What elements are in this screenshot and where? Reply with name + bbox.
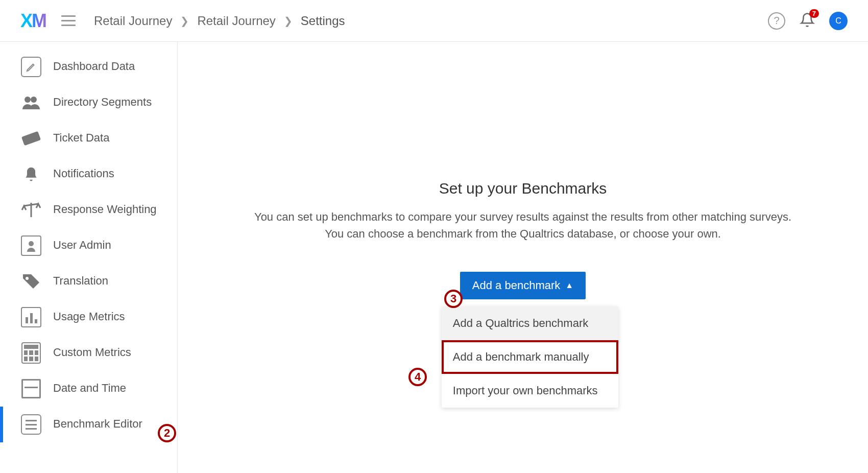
sidebar-item-label: Ticket Data — [53, 128, 109, 146]
sidebar-item-ticket-data[interactable]: Ticket Data — [0, 121, 177, 156]
settings-sidebar: Dashboard Data Directory Segments Ticket… — [0, 42, 178, 473]
page-heading: Set up your Benchmarks — [439, 180, 607, 197]
sidebar-item-label: Dashboard Data — [53, 56, 135, 74]
sidebar-item-date-time[interactable]: Date and Time — [0, 371, 177, 407]
page-subtitle: You can set up benchmarks to compare you… — [252, 208, 793, 242]
sidebar-item-dashboard-data[interactable]: Dashboard Data — [0, 49, 177, 85]
dropdown-option-import-benchmarks[interactable]: Import your own benchmarks — [442, 374, 618, 408]
annotation-marker-2: 2 — [158, 424, 176, 442]
breadcrumb-item[interactable]: Retail Journey — [197, 14, 275, 28]
sidebar-item-response-weighting[interactable]: Response Weighting — [0, 192, 177, 228]
help-icon[interactable]: ? — [768, 12, 785, 30]
breadcrumb-item[interactable]: Retail Journey — [94, 14, 172, 28]
sidebar-item-label: Usage Metrics — [53, 306, 125, 324]
breadcrumb-item[interactable]: Settings — [301, 14, 345, 28]
dropdown-option-qualtrics-benchmark[interactable]: Add a Qualtrics benchmark — [442, 306, 618, 340]
annotation-marker-3: 3 — [444, 290, 463, 308]
annotation-marker-4: 4 — [408, 368, 427, 386]
sidebar-item-label: Custom Metrics — [53, 342, 131, 360]
sidebar-item-label: Translation — [53, 271, 108, 289]
svg-point-0 — [25, 97, 31, 103]
sidebar-item-benchmark-editor[interactable]: Benchmark Editor — [0, 407, 177, 442]
chevron-up-icon: ▲ — [565, 281, 573, 290]
sidebar-item-custom-metrics[interactable]: Custom Metrics — [0, 335, 177, 371]
dropdown-option-manual-benchmark[interactable]: Add a benchmark manually — [442, 340, 618, 374]
ticket-icon — [20, 128, 42, 149]
main-content: Set up your Benchmarks You can set up be… — [178, 42, 868, 473]
sidebar-item-directory-segments[interactable]: Directory Segments — [0, 85, 177, 121]
calendar-icon — [20, 378, 42, 399]
sidebar-item-label: Benchmark Editor — [53, 414, 142, 432]
header: XM Retail Journey ❯ Retail Journey ❯ Set… — [0, 0, 868, 42]
user-avatar[interactable]: C — [829, 12, 848, 30]
logo[interactable]: XM — [20, 10, 46, 32]
sidebar-item-notifications[interactable]: Notifications — [0, 156, 177, 192]
list-icon — [20, 414, 42, 435]
svg-line-4 — [24, 204, 38, 206]
add-benchmark-button[interactable]: Add a benchmark ▲ — [460, 272, 586, 299]
svg-point-1 — [31, 97, 37, 103]
notification-count-badge: 7 — [809, 9, 819, 18]
scale-icon — [20, 199, 42, 221]
svg-rect-2 — [21, 131, 41, 146]
tag-icon — [20, 271, 42, 292]
breadcrumb: Retail Journey ❯ Retail Journey ❯ Settin… — [94, 14, 345, 28]
add-benchmark-dropdown: Add a Qualtrics benchmark Add a benchmar… — [442, 306, 618, 408]
chevron-right-icon: ❯ — [180, 15, 189, 27]
users-icon — [20, 92, 42, 113]
sidebar-item-label: Response Weighting — [53, 199, 157, 217]
sidebar-item-translation[interactable]: Translation — [0, 264, 177, 299]
bell-icon — [800, 20, 815, 29]
pencil-icon — [20, 56, 42, 78]
address-book-icon — [20, 235, 42, 256]
svg-point-5 — [29, 241, 34, 246]
add-benchmark-button-label: Add a benchmark — [472, 279, 560, 292]
sidebar-item-user-admin[interactable]: User Admin — [0, 228, 177, 264]
bell-icon — [20, 163, 42, 185]
svg-point-6 — [26, 277, 29, 280]
sidebar-item-label: Directory Segments — [53, 92, 152, 110]
sidebar-item-label: Notifications — [53, 163, 114, 181]
bar-chart-icon — [20, 306, 42, 328]
chevron-right-icon: ❯ — [284, 15, 293, 27]
hamburger-menu-icon[interactable] — [61, 15, 76, 26]
sidebar-item-label: User Admin — [53, 235, 111, 253]
sidebar-item-usage-metrics[interactable]: Usage Metrics — [0, 299, 177, 335]
notifications-button[interactable]: 7 — [800, 12, 815, 30]
calculator-icon — [20, 342, 42, 364]
sidebar-item-label: Date and Time — [53, 378, 126, 396]
